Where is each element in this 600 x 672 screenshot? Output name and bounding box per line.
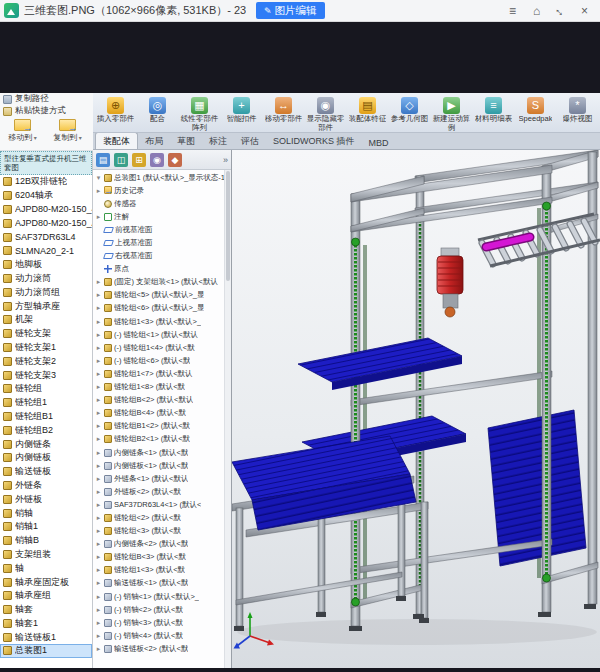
file-item[interactable]: AJPD80-M20-150_4- [0, 203, 92, 217]
file-item[interactable]: 轴套1 [0, 617, 92, 631]
tab-MBD[interactable]: MBD [362, 136, 396, 149]
expand-arrow-icon[interactable]: ▸ [95, 187, 102, 195]
expand-arrow-icon[interactable]: ▸ [95, 213, 102, 221]
linear-pattern-button[interactable]: ▦线性零部件阵列 [179, 95, 220, 132]
expand-arrow-icon[interactable]: ▸ [95, 278, 102, 286]
file-item[interactable]: 轴承座固定板 [0, 575, 92, 589]
expand-arrow-icon[interactable]: ▸ [95, 409, 102, 417]
assembly-features-button[interactable]: ▤装配体特征 [347, 95, 388, 132]
tree-node[interactable]: ▸(-) 销轴<4> (默认<默 [93, 629, 231, 642]
file-item[interactable]: 链轮支架2 [0, 354, 92, 368]
tree-node[interactable]: ▸历史记录 [93, 184, 231, 197]
tree-node[interactable]: ▸(-) 链轮组1<4> (默认<默 [93, 341, 231, 354]
tree-node[interactable]: ▸链轮组B<4> (默认<默 [93, 407, 231, 420]
expand-arrow-icon[interactable]: ▸ [95, 370, 102, 378]
tree-node[interactable]: ▸链轮组<2> (默认<默 [93, 511, 231, 524]
flyout-arrow-icon[interactable]: » [223, 155, 228, 165]
tree-node[interactable]: ▸(固定) 支架组装<1> (默认<默认 [93, 276, 231, 289]
tab-草图[interactable]: 草图 [170, 133, 202, 149]
menu-icon[interactable]: ≡ [505, 4, 520, 18]
expand-arrow-icon[interactable]: ▸ [95, 514, 102, 522]
tree-node[interactable]: 传感器 [93, 197, 231, 210]
tree-node[interactable]: ▸SAF37DR63L4<1> (默认< [93, 498, 231, 511]
paste-shortcut-button[interactable]: 粘贴快捷方式 [0, 105, 93, 117]
move-to-button[interactable]: 移动到 [0, 119, 45, 151]
expand-arrow-icon[interactable]: ▸ [95, 318, 102, 326]
file-item[interactable]: 内侧链条 [0, 437, 92, 451]
file-item[interactable]: AJPD80-M20-150_A5 [0, 216, 92, 230]
file-item[interactable]: 链轮组B2 [0, 423, 92, 437]
file-item[interactable]: 销轴 [0, 506, 92, 520]
expand-arrow-icon[interactable]: ▸ [95, 606, 102, 614]
tree-node[interactable]: ▸链轮组1<3> (默认<默 [93, 564, 231, 577]
expand-arrow-icon[interactable]: ▸ [95, 540, 102, 548]
expand-arrow-icon[interactable]: ▸ [95, 645, 102, 653]
expand-arrow-icon[interactable]: ▸ [95, 566, 102, 574]
reference-geometry-button[interactable]: ◇参考几何图 [389, 95, 430, 132]
bom-button[interactable]: ≡材料明细表 [473, 95, 514, 132]
tree-scrollbar-thumb[interactable] [226, 171, 230, 281]
configuration-manager-tab-icon[interactable]: ⊞ [132, 153, 146, 167]
file-item[interactable]: 方型轴承座 [0, 299, 92, 313]
tree-node[interactable]: ▸(-) 销轴<2> (默认<默 [93, 603, 231, 616]
tree-node[interactable]: ▸链轮组<5> (默认<默认>_显 [93, 289, 231, 302]
smart-fasteners-button[interactable]: +智能扣件 [221, 95, 262, 132]
insert-component-button[interactable]: ⊕插入零部件 [95, 95, 136, 132]
home-icon[interactable]: ⌂ [529, 4, 544, 18]
file-item[interactable]: 轴承座组 [0, 589, 92, 603]
tree-node[interactable]: ▸外链条<1> (默认<默认 [93, 472, 231, 485]
file-item[interactable]: 链轮组1 [0, 396, 92, 410]
expand-arrow-icon[interactable]: ▸ [95, 344, 102, 352]
file-item[interactable]: 支架组装 [0, 548, 92, 562]
tree-node[interactable]: ▸(-) 链轮组<6> (默认<默 [93, 354, 231, 367]
file-item[interactable]: 6204轴承 [0, 189, 92, 203]
file-item[interactable]: SLMNA20_2-1 [0, 244, 92, 258]
tab-标注[interactable]: 标注 [202, 133, 234, 149]
file-item[interactable]: 链轮支架 [0, 327, 92, 341]
file-item[interactable]: 12B双排链轮 [0, 175, 92, 189]
tree-node[interactable]: ▸(-) 链轮组<1> (默认<默认 [93, 328, 231, 341]
file-item[interactable]: 动力滚筒组 [0, 285, 92, 299]
motion-study-button[interactable]: ▶新建运动算例 [431, 95, 472, 132]
file-item[interactable]: 轴套 [0, 603, 92, 617]
tree-node[interactable]: ▸内侧链条<2> (默认<默 [93, 538, 231, 551]
tree-node[interactable]: 右视基准面 [93, 250, 231, 263]
tree-node[interactable]: ▸(-) 销轴<1> (默认<默认>_ [93, 590, 231, 603]
tree-node[interactable]: ▸链轮组B<2> (默认<默认 [93, 394, 231, 407]
file-item[interactable]: 轴 [0, 561, 92, 575]
expand-arrow-icon[interactable]: ▾ [95, 174, 102, 182]
file-item[interactable]: 机架 [0, 313, 92, 327]
folder-header[interactable]: 型往复垂直式提升机三维套图 [0, 151, 92, 175]
expand-arrow-icon[interactable]: ▸ [95, 449, 102, 457]
mate-button[interactable]: ◎配合 [137, 95, 178, 132]
file-item[interactable]: 外链板 [0, 492, 92, 506]
expand-arrow-icon[interactable]: ▸ [95, 422, 102, 430]
tree-node[interactable]: ▸链轮组B<3> (默认<默 [93, 551, 231, 564]
tree-node[interactable]: ▸输送链板<2> (默认<默 [93, 642, 231, 655]
tree-node[interactable]: 原点 [93, 263, 231, 276]
file-item[interactable]: 链轮组 [0, 382, 92, 396]
expand-arrow-icon[interactable]: ▸ [95, 331, 102, 339]
file-item[interactable]: 外链条 [0, 479, 92, 493]
3d-viewport[interactable] [232, 150, 600, 668]
tree-node[interactable]: ▸外链板<2> (默认<默 [93, 485, 231, 498]
expand-arrow-icon[interactable]: ▸ [95, 527, 102, 535]
tree-node[interactable]: ▸链轮组1<3> (默认<默认>_ [93, 315, 231, 328]
tree-node[interactable]: 前视基准面 [93, 223, 231, 236]
tree-node[interactable]: ▸内侧链板<1> (默认<默 [93, 459, 231, 472]
file-item[interactable]: 链轮支架1 [0, 341, 92, 355]
file-item[interactable]: 链轮组B1 [0, 410, 92, 424]
tree-node[interactable]: ▸注解 [93, 210, 231, 223]
tree-node[interactable]: ▸链轮组1<7> (默认<默认 [93, 367, 231, 380]
expand-arrow-icon[interactable]: ▸ [95, 488, 102, 496]
expand-arrow-icon[interactable]: ▸ [95, 553, 102, 561]
expand-arrow-icon[interactable]: ▸ [95, 632, 102, 640]
expand-arrow-icon[interactable]: ▸ [95, 396, 102, 404]
copy-to-button[interactable]: 复制到 [45, 119, 90, 151]
property-manager-tab-icon[interactable]: ◫ [114, 153, 128, 167]
expand-arrow-icon[interactable]: ▸ [95, 501, 102, 509]
tab-装配体[interactable]: 装配体 [95, 133, 138, 149]
image-edit-button[interactable]: ✎ 图片编辑 [256, 2, 325, 19]
exploded-view-button[interactable]: *爆炸视图 [557, 95, 598, 132]
tab-SOLIDWORKS 插件[interactable]: SOLIDWORKS 插件 [266, 133, 362, 149]
